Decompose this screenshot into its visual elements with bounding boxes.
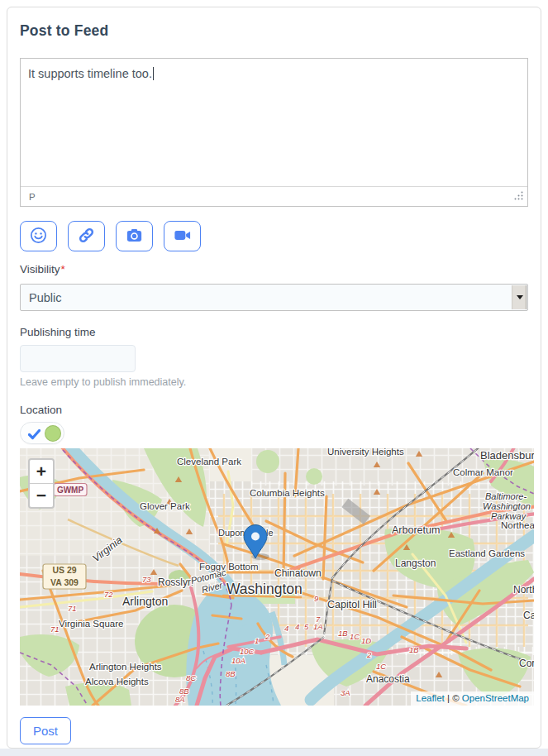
map-place-label: Washington <box>226 581 303 597</box>
map-road-number-label: 1C <box>350 632 360 641</box>
map-place-label: Cor <box>519 658 534 669</box>
footer-strip <box>0 749 548 756</box>
map-place-label: Glover Park <box>140 501 190 511</box>
map-attribution: Leaflet | © OpenStreetMap <box>411 691 534 706</box>
map-road-number-label: 72 <box>104 590 113 599</box>
map-road-number-label: 5 <box>304 622 309 631</box>
camera-icon <box>125 226 144 247</box>
toggle-knob <box>45 425 61 442</box>
format-indicator: P <box>29 192 36 202</box>
map-place-label: Eastland Gardens <box>449 548 525 558</box>
svg-text:VA 309: VA 309 <box>50 577 79 587</box>
map-place-label: Columbia Heights <box>250 488 325 498</box>
map-place-label: University Heights <box>327 448 404 457</box>
map-place-label: Chinatown <box>274 567 322 579</box>
map-place-label: Alcova Heights <box>85 677 149 687</box>
visibility-selected-value: Public <box>29 291 62 304</box>
map-place-label: Baltimore- <box>485 491 527 501</box>
map-canvas: GWMPUS 29VA 309 University HeightsBladen… <box>20 448 534 706</box>
map-place-label: Arboretum <box>392 524 440 536</box>
map-zoom-control: + − <box>28 458 55 509</box>
leaflet-link[interactable]: Leaflet <box>416 693 445 703</box>
video-button[interactable] <box>164 221 201 251</box>
road-shield: US 29VA 309 <box>43 564 86 589</box>
editor-content[interactable]: It supports timeline too. <box>21 59 527 186</box>
map-road-number-label: 71 <box>50 624 60 634</box>
post-to-feed-card: Post to Feed It supports timeline too. P <box>7 7 541 749</box>
map-place-label: Washington <box>483 501 531 511</box>
map-road-number-label: 10A <box>231 656 245 665</box>
attribution-separator: | © <box>445 693 462 703</box>
map-place-label: Langston <box>395 557 436 569</box>
zoom-in-button[interactable]: + <box>30 460 53 484</box>
post-button[interactable]: Post <box>20 717 71 744</box>
map-road-number-label: 2 <box>366 650 372 659</box>
editor-statusbar: P <box>21 186 527 206</box>
select-dropdown-button[interactable] <box>512 285 527 309</box>
map-place-label: Anacostia <box>366 673 410 685</box>
map-road-number-label: 73 <box>142 575 151 584</box>
map-place-label: Cleveland Park <box>177 457 241 467</box>
map-road-number-label: 4 <box>284 624 288 633</box>
link-button[interactable] <box>68 221 105 251</box>
map-place-label: Arlington <box>122 595 168 608</box>
map-place-label: Virginia Square <box>59 619 123 629</box>
page-title: Post to Feed <box>20 22 528 40</box>
openstreetmap-link[interactable]: OpenStreetMap <box>462 693 529 703</box>
map-place-label: Colmar Manor <box>453 467 513 477</box>
map-road-number-label: 1A <box>313 622 323 631</box>
map-road-number-label: 9 <box>314 594 319 603</box>
rich-text-editor: It supports timeline too. P <box>20 58 528 207</box>
link-icon <box>77 226 96 247</box>
road-shield: GWMP <box>54 484 87 496</box>
map-road-number-label: 2 <box>264 632 270 641</box>
map-road-number-label: 10C <box>240 647 255 656</box>
required-mark: * <box>61 263 65 275</box>
map-road-number-label: 3A <box>341 688 350 697</box>
publishing-time-help: Leave empty to publish immediately. <box>20 376 528 388</box>
map-road-number-label: 1B <box>338 629 348 638</box>
zoom-out-button[interactable]: − <box>30 484 53 507</box>
visibility-select[interactable]: Public <box>20 284 528 311</box>
map-place-label: Bladensburg <box>480 449 534 462</box>
svg-text:GWMP: GWMP <box>57 486 84 495</box>
resize-handle-icon[interactable] <box>513 189 524 204</box>
location-toggle[interactable] <box>20 422 64 444</box>
map-place-label: Ca <box>523 610 534 621</box>
map-road-number-label: 8B <box>226 669 236 678</box>
video-camera-icon <box>173 226 192 247</box>
map-place-label: Arlington Heights <box>89 662 162 672</box>
chevron-down-icon <box>517 295 523 299</box>
svg-text:US 29: US 29 <box>52 565 76 575</box>
location-map[interactable]: GWMPUS 29VA 309 University HeightsBladen… <box>20 448 534 706</box>
publishing-time-input[interactable] <box>20 345 136 372</box>
map-place-label: Northeast <box>501 520 534 530</box>
map-road-number-label: 1 <box>255 636 259 645</box>
map-road-number-label: 1B <box>409 645 419 654</box>
editor-text: It supports timeline too. <box>28 67 152 80</box>
emoji-button[interactable] <box>20 221 57 251</box>
editor-toolbar <box>20 221 528 251</box>
map-road-number-label: 8C <box>186 673 196 682</box>
map-road-number-label: 4 <box>295 622 299 631</box>
map-place-label: Foggy Bottom <box>199 562 259 572</box>
location-label: Location <box>20 404 528 416</box>
map-road-number-label: 1D <box>361 636 371 645</box>
map-place-label: Capitol Hill <box>327 599 377 610</box>
visibility-label: Visibility* <box>20 263 528 275</box>
text-cursor <box>153 67 155 80</box>
map-road-number-label: 71 <box>68 604 77 613</box>
publishing-time-label: Publishing time <box>20 326 528 338</box>
map-road-number-label: 1C <box>376 662 386 671</box>
photo-button[interactable] <box>116 221 153 251</box>
map-place-label: Rosslyn <box>158 577 193 588</box>
check-icon <box>28 428 41 443</box>
map-place-label: North <box>513 584 534 596</box>
smiley-icon <box>29 226 48 247</box>
map-road-number-label: 8A <box>175 695 185 704</box>
map-place-label: Parkway <box>491 511 527 521</box>
